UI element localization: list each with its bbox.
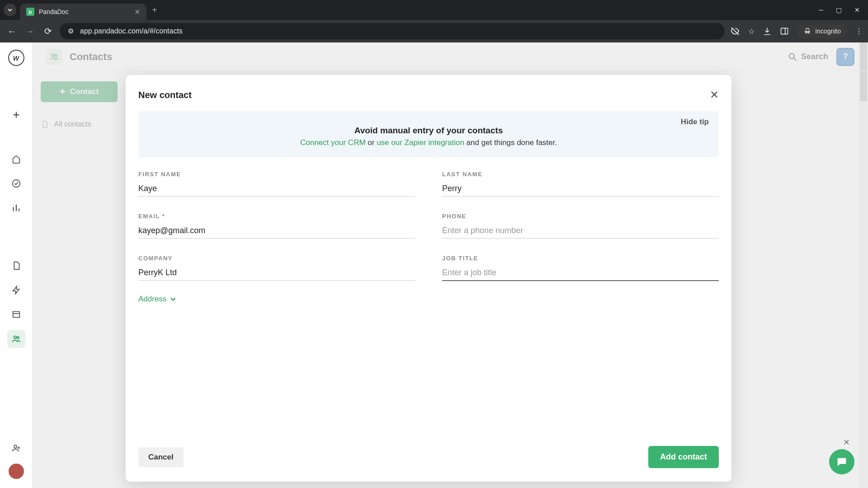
nav-reload-icon[interactable]: ⟳ — [42, 26, 54, 37]
tip-panel: Hide tip Avoid manual entry of your cont… — [138, 111, 719, 157]
new-tab-button[interactable]: + — [152, 5, 157, 15]
modal-close-icon[interactable]: ✕ — [710, 89, 719, 101]
side-panel-icon[interactable] — [780, 27, 789, 36]
svg-point-6 — [17, 337, 19, 339]
svg-point-7 — [14, 445, 16, 448]
chevron-down-icon — [170, 296, 176, 302]
phone-field: PHONE — [442, 213, 719, 239]
rail-documents-icon[interactable] — [7, 257, 25, 275]
rail-templates-icon[interactable] — [7, 281, 25, 299]
address-toggle[interactable]: Address — [138, 295, 719, 304]
window-maximize-icon[interactable]: ▢ — [836, 6, 842, 14]
rail-tasks-icon[interactable] — [7, 174, 25, 192]
svg-point-2 — [12, 180, 20, 188]
site-settings-icon[interactable]: ⚙ — [68, 27, 74, 35]
email-field: EMAIL * — [138, 213, 415, 239]
last-name-input[interactable] — [442, 181, 719, 197]
workspace-avatar[interactable]: w — [8, 50, 24, 66]
nav-forward-icon: → — [24, 26, 36, 37]
url-field[interactable]: ⚙ app.pandadoc.com/a/#/contacts — [60, 23, 725, 39]
window-close-icon[interactable]: ✕ — [854, 6, 860, 14]
connect-crm-link[interactable]: Connect your CRM — [300, 138, 366, 147]
job-title-label: JOB TITLE — [442, 255, 719, 262]
nav-rail: w — [0, 42, 33, 488]
first-name-input[interactable] — [138, 181, 415, 197]
user-avatar[interactable] — [9, 464, 24, 479]
chat-close-icon[interactable]: ✕ — [843, 437, 850, 447]
modal-title: New contact — [138, 90, 192, 100]
svg-point-5 — [14, 336, 16, 339]
job-title-input[interactable] — [442, 265, 719, 281]
eye-off-icon[interactable] — [730, 26, 740, 36]
downloads-icon[interactable] — [763, 27, 772, 36]
company-label: COMPANY — [138, 255, 415, 262]
tab-close-icon[interactable]: ✕ — [134, 8, 140, 16]
url-text: app.pandadoc.com/a/#/contacts — [80, 27, 183, 35]
bookmark-star-icon[interactable]: ☆ — [748, 27, 755, 36]
rail-contacts-icon[interactable] — [7, 330, 25, 348]
chat-fab[interactable] — [829, 449, 854, 474]
phone-label: PHONE — [442, 213, 719, 220]
incognito-chip[interactable]: Incognito — [797, 24, 847, 38]
company-field: COMPANY — [138, 255, 415, 281]
email-label: EMAIL * — [138, 213, 415, 220]
svg-rect-3 — [13, 312, 19, 318]
tab-favicon: p — [26, 8, 34, 16]
first-name-field: FIRST NAME — [138, 171, 415, 197]
zapier-link[interactable]: use our Zapier integration — [377, 138, 464, 147]
browser-menu-icon[interactable]: ⋮ — [855, 27, 863, 36]
rail-library-icon[interactable] — [7, 305, 25, 324]
chat-icon — [835, 455, 848, 468]
rail-home-icon[interactable] — [7, 150, 25, 168]
first-name-label: FIRST NAME — [138, 171, 415, 178]
last-name-label: LAST NAME — [442, 171, 719, 178]
tab-strip: p PandaDoc ✕ + ─ ▢ ✕ — [0, 0, 868, 20]
rail-reports-icon[interactable] — [7, 199, 25, 217]
phone-input[interactable] — [442, 223, 719, 239]
rail-invite-icon[interactable] — [7, 439, 25, 457]
address-label: Address — [138, 295, 166, 304]
browser-tab[interactable]: p PandaDoc ✕ — [20, 4, 146, 20]
tab-title: PandaDoc — [39, 8, 130, 15]
nav-back-icon[interactable]: ← — [5, 26, 18, 37]
hide-tip-link[interactable]: Hide tip — [681, 117, 709, 127]
address-bar: ← → ⟳ ⚙ app.pandadoc.com/a/#/contacts ☆ … — [0, 20, 868, 42]
incognito-icon — [803, 27, 811, 35]
tab-search-button[interactable] — [4, 4, 16, 16]
tip-body: Connect your CRM or use our Zapier integ… — [151, 138, 706, 147]
tip-heading: Avoid manual entry of your contacts — [151, 126, 706, 136]
add-contact-submit-button[interactable]: Add contact — [648, 446, 719, 468]
email-input[interactable] — [138, 223, 415, 239]
incognito-label: Incognito — [815, 28, 841, 35]
cancel-button[interactable]: Cancel — [138, 447, 184, 467]
window-minimize-icon[interactable]: ─ — [819, 6, 823, 14]
job-title-field: JOB TITLE — [442, 255, 719, 281]
rail-new-icon[interactable] — [7, 106, 25, 124]
company-input[interactable] — [138, 265, 415, 281]
svg-rect-0 — [781, 28, 788, 34]
new-contact-modal: New contact ✕ Hide tip Avoid manual entr… — [126, 75, 731, 482]
last-name-field: LAST NAME — [442, 171, 719, 197]
